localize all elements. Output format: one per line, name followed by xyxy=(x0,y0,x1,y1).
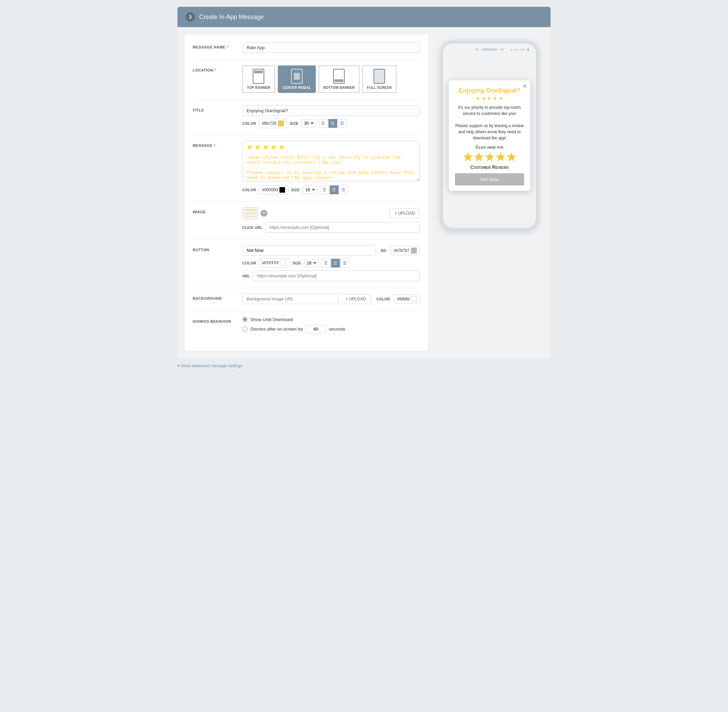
image-remove-btn[interactable]: ✕ xyxy=(260,210,267,217)
divider3 xyxy=(193,135,420,135)
location-center-modal[interactable]: CENTER MODAL xyxy=(278,65,316,93)
button-row: BUTTON BG #b7b7b7 COLOR #FFFFF xyxy=(193,245,420,281)
background-url-input[interactable] xyxy=(242,294,338,304)
message-label: MESSAGE * xyxy=(193,141,237,147)
modal-click-text: Click here for xyxy=(455,144,524,150)
page-title: Create In-App Message xyxy=(199,13,264,21)
modal-not-now-btn[interactable]: Not Now xyxy=(455,173,524,185)
title-style-row: COLOR #f8c735 SIZE 30 24 20 18 16 xyxy=(242,119,420,128)
dismiss-radio1[interactable] xyxy=(242,317,248,322)
align-center-btn[interactable]: ☰ xyxy=(328,119,337,128)
title-align-buttons: ☰ ☰ ☰ xyxy=(319,119,347,128)
page-header: 3 Create In-App Message xyxy=(177,7,551,27)
image-label: IMAGE xyxy=(193,207,237,214)
center-modal-icon xyxy=(291,69,303,84)
background-upload-btn[interactable]: + UPLOAD xyxy=(341,294,371,304)
image-upload-btn[interactable]: + UPLOAD xyxy=(389,209,420,218)
click-url-input[interactable] xyxy=(265,222,420,233)
bottom-banner-icon xyxy=(333,69,345,84)
message-name-input[interactable] xyxy=(242,42,420,53)
button-color-swatch xyxy=(281,260,287,266)
location-row: LOCATION * TOP BANNER CENTER MODAL xyxy=(193,65,420,93)
modal-title: Enjoying OneSignal? xyxy=(455,87,524,95)
modal-stars-small: ★ ★ ★ ★ ★ xyxy=(455,96,524,101)
button-bg-box[interactable]: #b7b7b7 xyxy=(391,246,420,255)
msg-align-right-btn[interactable]: ☰ xyxy=(339,185,348,194)
image-thumbnail: ★★★★★CustomerReviews xyxy=(242,207,258,220)
background-color-box[interactable]: #fdfdfd xyxy=(394,294,420,304)
title-input[interactable] xyxy=(242,105,420,116)
message-color-box[interactable]: #000000 xyxy=(259,185,288,194)
location-top-banner[interactable]: TOP BANNER xyxy=(242,65,275,93)
message-style-row: COLOR #000000 SIZE 16 14 18 20 xyxy=(242,185,420,194)
location-buttons: TOP BANNER CENTER MODAL BOTTOM BANNER xyxy=(242,65,420,93)
message-name-controls xyxy=(242,42,420,53)
dismiss-controls: Show Until Dismissed Dismiss after on-sc… xyxy=(242,317,420,336)
phone-frame: ▲▲▲ WiFi 🔋 ✕ Enjoying OneSignal? ★ ★ ★ ★… xyxy=(440,41,539,231)
background-color-swatch xyxy=(411,296,417,302)
step-badge: 3 xyxy=(186,12,195,22)
dismiss-seconds-input[interactable] xyxy=(306,325,326,333)
page-wrapper: 3 Create In-App Message MESSAGE NAME * L… xyxy=(177,7,551,368)
background-label: BACKGROUND xyxy=(193,294,237,300)
divider6 xyxy=(193,288,420,288)
message-row: MESSAGE * ⭐ ⭐ ⭐ ⭐ ⭐ <span style="color:#… xyxy=(193,141,420,194)
btn-align-left-btn[interactable]: ☰ xyxy=(322,259,330,267)
message-name-label: MESSAGE NAME * xyxy=(193,42,237,49)
title-color-swatch xyxy=(278,120,284,126)
message-textarea[interactable]: ⭐ ⭐ ⭐ ⭐ ⭐ <span style="color:#333;">It's… xyxy=(242,141,420,181)
message-size-select[interactable]: 16 14 18 20 xyxy=(303,186,318,194)
location-bottom-banner[interactable]: BOTTOM BANNER xyxy=(318,65,360,93)
title-size-select[interactable]: 30 24 20 18 16 xyxy=(301,119,316,128)
message-align-buttons: ☰ ☰ ☰ xyxy=(320,185,348,194)
align-left-btn[interactable]: ☰ xyxy=(319,119,328,128)
title-controls: COLOR #f8c735 SIZE 30 24 20 18 16 xyxy=(242,105,420,128)
phone-dot2 xyxy=(501,48,504,51)
dismiss-label: DISMISS BEHAVIOR xyxy=(193,317,237,323)
button-style-row: COLOR #FFFFFF SIZE 18 14 16 20 xyxy=(242,258,420,268)
message-controls: ⭐ ⭐ ⭐ ⭐ ⭐ <span style="color:#333;">It's… xyxy=(242,141,420,194)
full-screen-icon xyxy=(373,69,385,84)
button-text-input[interactable] xyxy=(242,245,376,256)
button-label: BUTTON xyxy=(193,245,237,252)
location-label: LOCATION * xyxy=(193,65,237,72)
button-url-input[interactable] xyxy=(253,271,420,281)
modal-preview: ✕ Enjoying OneSignal? ★ ★ ★ ★ ★ It's our… xyxy=(449,80,530,191)
title-row: TITLE COLOR #f8c735 SIZE 30 24 xyxy=(193,105,420,128)
background-input-row: + UPLOAD COLOR #fdfdfd xyxy=(242,294,420,304)
form-panel: MESSAGE NAME * LOCATION * xyxy=(184,34,428,351)
button-name-row: BG #b7b7b7 xyxy=(242,245,420,256)
modal-close-btn[interactable]: ✕ xyxy=(522,83,527,89)
button-controls: BG #b7b7b7 COLOR #FFFFFF SIZE xyxy=(242,245,420,281)
click-url-row: CLICK URL xyxy=(242,222,420,233)
phone-dot1 xyxy=(475,48,478,51)
dismiss-radio2[interactable] xyxy=(242,326,248,332)
msg-align-left-btn[interactable]: ☰ xyxy=(320,185,329,194)
advanced-settings-link[interactable]: ▾ Show advanced message settings xyxy=(177,363,551,368)
align-right-btn[interactable]: ☰ xyxy=(338,119,347,128)
divider5 xyxy=(193,239,420,240)
location-controls: TOP BANNER CENTER MODAL BOTTOM BANNER xyxy=(242,65,420,93)
top-banner-icon xyxy=(253,69,264,84)
message-name-row: MESSAGE NAME * xyxy=(193,42,420,53)
step-number: 3 xyxy=(189,14,192,20)
btn-align-center-btn[interactable]: ☰ xyxy=(331,259,340,267)
image-upload-row: ★★★★★CustomerReviews ✕ + UPLOAD xyxy=(242,207,420,220)
title-color-box[interactable]: #f8c735 xyxy=(259,119,287,128)
btn-align-right-btn[interactable]: ☰ xyxy=(340,259,349,267)
button-color-box[interactable]: #FFFFFF xyxy=(259,258,290,268)
image-row: IMAGE ★★★★★CustomerReviews ✕ + UPLOAD CL… xyxy=(193,207,420,233)
dismiss-radio2-row: Dismiss after on-screen for seconds xyxy=(242,325,420,333)
button-size-select[interactable]: 18 14 16 20 xyxy=(304,259,319,267)
message-color-swatch xyxy=(279,187,285,193)
dismiss-radio1-row: Show Until Dismissed xyxy=(242,317,420,322)
title-label: TITLE xyxy=(193,105,237,112)
modal-body1: It's our priority to provide top-notch s… xyxy=(455,104,524,141)
msg-align-center-btn[interactable]: ☰ xyxy=(330,185,339,194)
background-row: BACKGROUND + UPLOAD COLOR #fdfdfd xyxy=(193,294,420,304)
main-content: MESSAGE NAME * LOCATION * xyxy=(177,27,551,358)
location-full-screen[interactable]: FULL SCREEN xyxy=(362,65,397,93)
phone-status: ▲▲▲ WiFi 🔋 xyxy=(510,48,530,51)
dismiss-row: DISMISS BEHAVIOR Show Until Dismissed Di… xyxy=(193,317,420,336)
background-controls: + UPLOAD COLOR #fdfdfd xyxy=(242,294,420,304)
